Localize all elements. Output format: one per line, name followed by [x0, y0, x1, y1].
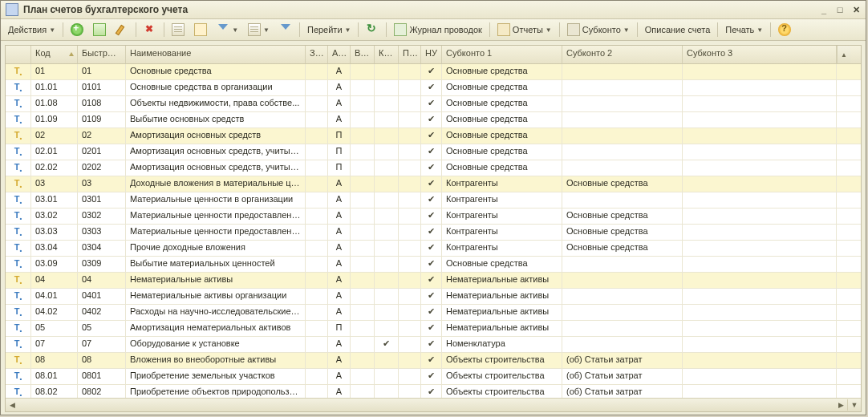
- col-po[interactable]: По…: [399, 46, 421, 63]
- cell: [399, 241, 421, 256]
- cell: [375, 112, 399, 128]
- table-row[interactable]: T•0707Оборудование к установкеА✔✔Номенкл…: [6, 337, 861, 353]
- cell: [351, 208, 375, 224]
- filter-menu[interactable]: ▼: [213, 21, 242, 38]
- edit-button[interactable]: [112, 21, 132, 38]
- chevron-down-icon: ▼: [345, 26, 351, 34]
- add-group-button[interactable]: [89, 21, 110, 38]
- cell: (об) Статьи затрат: [562, 385, 683, 398]
- col-s1[interactable]: Субконто 1: [442, 46, 562, 63]
- table-row[interactable]: T•08.010801Приобретение земельных участк…: [6, 369, 861, 385]
- cell: Амортизация основных средств, учитыв...: [126, 144, 306, 160]
- add-button[interactable]: [67, 21, 87, 38]
- clear-filter-button[interactable]: [275, 21, 296, 38]
- move-button[interactable]: [190, 21, 211, 38]
- table-row[interactable]: T•0505Амортизация нематериальных активов…: [6, 321, 861, 337]
- scroll-down-button[interactable]: ▼: [847, 399, 861, 411]
- cell: [375, 353, 399, 368]
- cell: [351, 128, 375, 144]
- col-s3[interactable]: Субконто 3: [683, 46, 837, 63]
- hierarchy-button[interactable]: [168, 21, 189, 38]
- help-button[interactable]: [774, 21, 795, 38]
- cell: Объекты строительства: [442, 369, 562, 384]
- cell: Контрагенты: [442, 241, 562, 256]
- cell: 0309: [78, 257, 126, 272]
- table-row[interactable]: T•01.080108Объекты недвижимости, права с…: [6, 96, 861, 112]
- cell: А: [328, 305, 351, 320]
- col-quick[interactable]: Быстрый…: [78, 46, 126, 63]
- table-row[interactable]: T•04.020402Расходы на научно-исследовате…: [6, 305, 861, 321]
- horizontal-scrollbar[interactable]: ◀ ▶ ▼: [6, 398, 861, 411]
- cell: [351, 144, 375, 160]
- reports-menu[interactable]: Отчеты ▼: [493, 21, 556, 38]
- table-row[interactable]: T•04.010401Нематериальные активы организ…: [6, 289, 861, 305]
- scroll-left-button[interactable]: ◀: [6, 399, 18, 411]
- actions-label: Действия: [8, 25, 47, 34]
- scroll-up-button[interactable]: ▲: [837, 46, 850, 63]
- table-row[interactable]: T•03.010301Материальные ценности в орган…: [6, 192, 861, 208]
- scroll-track[interactable]: [18, 399, 834, 411]
- table-row[interactable]: T•03.020302Материальные ценности предост…: [6, 208, 861, 225]
- delete-button[interactable]: [140, 21, 160, 38]
- col-kol[interactable]: Кол.: [375, 46, 399, 63]
- actions-menu[interactable]: Действия ▼: [4, 21, 59, 38]
- table-row[interactable]: T•03.030303Материальные ценности предост…: [6, 225, 861, 241]
- col-akt[interactable]: Акт.: [328, 46, 351, 63]
- table-row[interactable]: T•01.090109Выбытие основных средствА✔Осн…: [6, 112, 861, 128]
- cell: [562, 337, 683, 352]
- chevron-down-icon: ▼: [232, 26, 238, 34]
- table-row[interactable]: T•0808Вложения во внеоборотные активыА✔О…: [6, 353, 861, 369]
- print-menu[interactable]: Печать ▼: [721, 21, 767, 38]
- table-row[interactable]: T•08.020802Приобретение объектов природо…: [6, 385, 861, 398]
- cell: [683, 208, 837, 224]
- col-nu[interactable]: НУ: [421, 46, 442, 63]
- cell: [683, 176, 837, 192]
- cell: [351, 305, 375, 320]
- chevron-down-icon: ▼: [546, 26, 552, 34]
- maximize-button[interactable]: □: [834, 4, 846, 15]
- table-row[interactable]: T•02.010201Амортизация основных средств,…: [6, 144, 861, 160]
- scroll-right-button[interactable]: ▶: [834, 399, 847, 411]
- cell: [562, 80, 683, 95]
- account-description-button[interactable]: Описание счета: [641, 21, 715, 38]
- separator: [559, 22, 560, 37]
- table-row[interactable]: T•0303Доходные вложения в материальные ц…: [6, 176, 861, 192]
- move-icon: [194, 23, 207, 36]
- close-button[interactable]: ✕: [850, 4, 862, 15]
- separator: [489, 22, 490, 37]
- cell: [375, 241, 399, 256]
- cell: [399, 112, 421, 128]
- table-row[interactable]: T•03.040304Прочие доходные вложенияА✔Кон…: [6, 241, 861, 257]
- cell: 03.04: [31, 241, 78, 256]
- cell: ✔: [421, 192, 442, 208]
- col-code[interactable]: Код: [31, 46, 78, 63]
- cell: [399, 369, 421, 384]
- col-s2[interactable]: Субконто 2: [562, 46, 683, 63]
- cell: Номенклатура: [442, 337, 562, 352]
- table-row[interactable]: T•01.010101Основные средства в организац…: [6, 80, 861, 96]
- table-row[interactable]: T•02.020202Амортизация основных средств,…: [6, 160, 861, 176]
- col-val[interactable]: Вал.: [351, 46, 375, 63]
- grid-body[interactable]: T•0101Основные средстваА✔Основные средст…: [6, 64, 861, 398]
- table-row[interactable]: T•0101Основные средстваА✔Основные средст…: [6, 64, 861, 80]
- journal-button[interactable]: Журнал проводок: [390, 21, 485, 38]
- goto-menu[interactable]: Перейти ▼: [303, 21, 355, 38]
- col-zab[interactable]: Заб.: [306, 46, 328, 63]
- col-icon[interactable]: [6, 46, 31, 63]
- subkonto-menu[interactable]: Субконто ▼: [563, 21, 634, 38]
- sort-menu[interactable]: ▼: [244, 21, 274, 38]
- col-name[interactable]: Наименование: [126, 46, 306, 63]
- cell: 04: [78, 273, 126, 288]
- minimize-button[interactable]: _: [817, 4, 830, 15]
- cell: Объекты строительства: [442, 385, 562, 398]
- cell: 0801: [78, 369, 126, 384]
- table-row[interactable]: T•0404Нематериальные активыА✔Нематериаль…: [6, 273, 861, 289]
- cell: Объекты строительства: [442, 353, 562, 368]
- refresh-button[interactable]: [362, 21, 383, 38]
- table-row[interactable]: T•03.090309Выбытие материальных ценносте…: [6, 257, 861, 273]
- delete-icon: [144, 23, 156, 36]
- table-row[interactable]: T•0202Амортизация основных средствП✔Осно…: [6, 128, 861, 144]
- row-type-icon: T•: [6, 176, 31, 192]
- cell: А: [328, 64, 351, 79]
- cell: [375, 128, 399, 144]
